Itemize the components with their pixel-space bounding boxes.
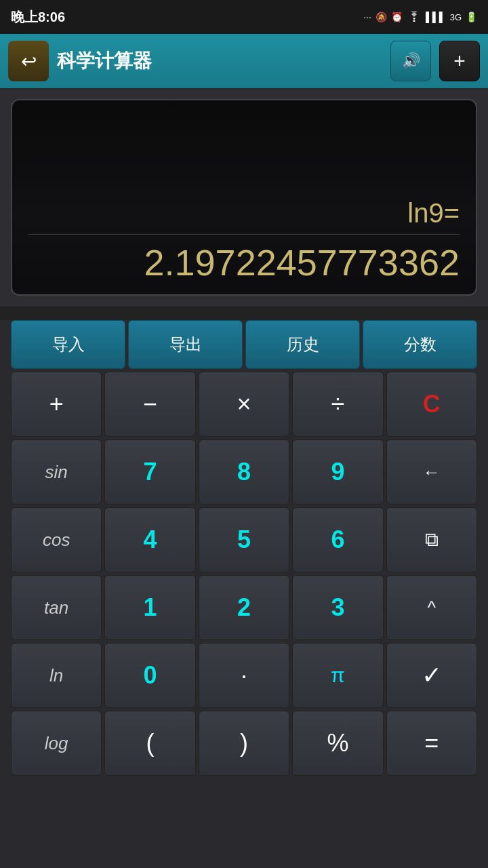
title-bar: ↩ 科学计算器 🔊 + [0,34,488,88]
key-5[interactable]: 5 [199,507,289,572]
battery-icon: 🔋 [466,12,477,22]
add-icon: + [453,50,466,73]
separator [0,307,488,320]
display-screen: ln9= 2.19722457773362 [11,99,477,296]
key-6[interactable]: 6 [292,507,383,572]
add-button[interactable]: + [439,41,480,81]
display-result: 2.19722457773362 [28,235,460,283]
percent-button[interactable]: % [292,711,383,776]
open-paren-button[interactable]: ( [104,711,195,776]
wifi-icon [407,11,422,24]
calc-grid: + − × ÷ C sin 7 8 9 ← cos 4 5 6 ⧉ tan 1 … [11,372,477,776]
fraction-button[interactable]: 分数 [363,320,477,369]
signal-dots-icon: ··· [363,12,371,22]
divide-button[interactable]: ÷ [292,372,383,437]
status-bar: 晚上8:06 ··· 🔕 ⏰ ▌▌▌ 3G 🔋 [0,0,488,34]
ln-button[interactable]: ln [11,643,102,708]
decimal-button[interactable]: · [199,643,289,708]
key-1[interactable]: 1 [104,575,195,640]
fraction-label: 分数 [404,334,436,355]
alarm-icon: ⏰ [391,12,403,22]
import-label: 导入 [52,334,85,355]
signal-bar-icon: ▌▌▌ [426,12,446,22]
backspace-icon: ← [423,462,441,483]
key-9[interactable]: 9 [292,439,383,505]
back-icon: ↩ [21,50,37,73]
plus-button[interactable]: + [11,372,102,437]
pi-button[interactable]: π [292,643,383,708]
tan-button[interactable]: tan [11,575,102,640]
sin-button[interactable]: sin [11,439,102,505]
key-8[interactable]: 8 [199,439,289,505]
sound-icon: 🔊 [402,52,420,70]
display-area: ln9= 2.19722457773362 [0,88,488,307]
3g-icon: 3G [450,12,462,22]
sound-button[interactable]: 🔊 [390,41,431,81]
equals-button[interactable]: = [386,711,477,776]
key-7[interactable]: 7 [104,439,195,505]
cos-button[interactable]: cos [11,507,102,572]
log-button[interactable]: log [11,711,102,776]
copy-icon: ⧉ [425,529,439,551]
multiply-button[interactable]: × [199,372,289,437]
key-3[interactable]: 3 [292,575,383,640]
status-time: 晚上8:06 [11,8,65,26]
svg-point-0 [413,20,415,22]
check-button[interactable]: ✓ [386,643,477,708]
import-button[interactable]: 导入 [11,320,125,369]
key-2[interactable]: 2 [199,575,289,640]
export-button[interactable]: 导出 [128,320,243,369]
history-button[interactable]: 历史 [245,320,360,369]
status-icons: ··· 🔕 ⏰ ▌▌▌ 3G 🔋 [363,11,477,24]
key-4[interactable]: 4 [104,507,195,572]
function-row: 导入 导出 历史 分数 [11,320,477,369]
minus-button[interactable]: − [104,372,195,437]
mute-icon: 🔕 [375,12,387,22]
backspace-button[interactable]: ← [386,439,477,505]
keypad: 导入 导出 历史 分数 + − × ÷ C sin 7 8 9 ← cos 4 … [0,320,488,787]
key-0[interactable]: 0 [104,643,195,708]
app-title: 科学计算器 [57,48,382,74]
export-label: 导出 [169,334,202,355]
close-paren-button[interactable]: ) [199,711,289,776]
power-button[interactable]: ^ [386,575,477,640]
clear-button[interactable]: C [386,372,477,437]
history-label: 历史 [287,334,319,355]
copy-button[interactable]: ⧉ [386,507,477,572]
display-input: ln9= [28,198,460,235]
check-icon: ✓ [422,661,442,690]
back-button[interactable]: ↩ [8,41,49,81]
